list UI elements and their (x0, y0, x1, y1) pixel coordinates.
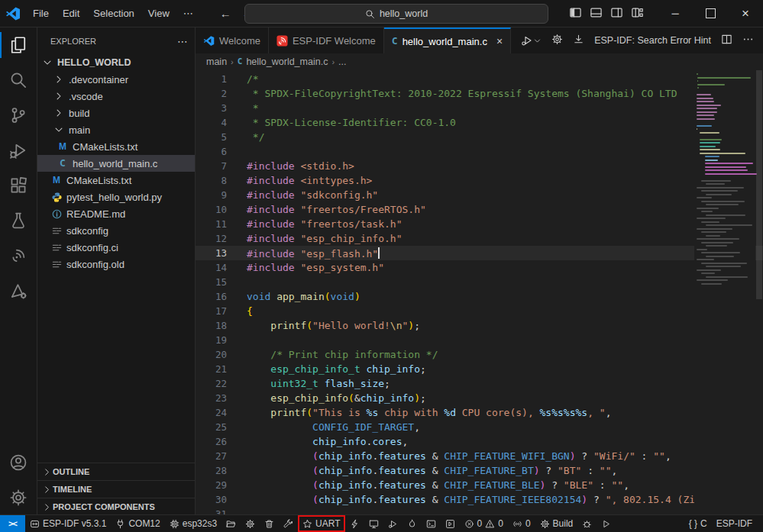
status-esp-idf-version[interactable]: ESP-IDF v5.3.1 (25, 515, 111, 532)
tree-item-sdkconfig-old[interactable]: sdkconfig.old (37, 256, 195, 272)
code-line-17[interactable]: 17 { (196, 304, 763, 318)
tree-item-cmakelists-txt[interactable]: MCMakeLists.txt (37, 138, 195, 155)
run-menu-button[interactable] (521, 34, 542, 47)
scrollbar-thumb[interactable] (756, 70, 762, 299)
command-center-search[interactable]: hello_world (244, 4, 548, 24)
code-line-28[interactable]: 28 (chip_info.features & CHIP_FEATURE_BT… (196, 463, 763, 478)
code-line-26[interactable]: 26 chip_info.cores, (196, 434, 763, 449)
tree-item--devcontainer[interactable]: .devcontainer (37, 71, 195, 88)
activity-esp-idf-explorer[interactable] (0, 238, 37, 273)
code-line-5[interactable]: 5 */ (196, 130, 763, 144)
code-line-20[interactable]: 20 /* Print chip information */ (196, 347, 763, 362)
maximize-button[interactable] (693, 0, 728, 27)
minimap[interactable] (694, 70, 755, 515)
status-debug-task[interactable] (577, 515, 596, 532)
code-line-22[interactable]: 22 uint32_t flash_size; (196, 376, 763, 391)
menu-⋯[interactable]: ⋯ (176, 5, 200, 23)
tree-item-hello-world-main-c[interactable]: Chello_world_main.c (37, 155, 195, 172)
code-line-29[interactable]: 29 (chip_info.features & CHIP_FEATURE_BL… (196, 478, 763, 492)
code-line-4[interactable]: 4 * SPDX-License-Identifier: CC0-1.0 (196, 115, 763, 130)
activity-extensions[interactable] (0, 168, 37, 203)
close-tab-button[interactable]: × (496, 35, 503, 47)
code-line-16[interactable]: 16 void app_main(void) (196, 289, 763, 304)
activity-source-control[interactable] (0, 98, 37, 133)
tree-item-hello-world[interactable]: HELLO_WORLD (37, 54, 195, 71)
status-custom-task[interactable] (441, 515, 460, 532)
activity-accounts[interactable] (0, 445, 37, 480)
tree-item-main[interactable]: main (37, 121, 195, 138)
breadcrumb[interactable]: main›Chello_world_main.c›... (196, 53, 763, 70)
status-monitor-device[interactable] (364, 515, 383, 532)
status-problems[interactable]: 00 (460, 515, 508, 532)
explorer-more-actions-button[interactable]: ⋯ (177, 35, 189, 47)
tree-item--vscode[interactable]: .vscode (37, 88, 195, 105)
editor-more-actions-button[interactable] (742, 34, 754, 47)
code-line-14[interactable]: 14 #include "esp_system.h" (196, 260, 763, 275)
status-build-task[interactable]: Build (535, 515, 578, 532)
layout-sidebar-right-toggle[interactable] (610, 6, 623, 21)
status-idf-target[interactable]: esp32s3 (165, 515, 221, 532)
tree-item-sdkconfig-ci[interactable]: sdkconfig.ci (37, 239, 195, 256)
activity-manage[interactable] (0, 480, 37, 515)
status-run-task[interactable] (596, 515, 616, 532)
code-editor[interactable]: 1 /* 2 * SPDX-FileCopyrightText: 2010-20… (196, 70, 763, 515)
code-line-9[interactable]: 9 #include "sdkconfig.h" (196, 188, 763, 202)
tree-item-readme-md[interactable]: README.md (37, 205, 195, 222)
section-outline[interactable]: OUTLINE (37, 463, 195, 480)
menu-file[interactable]: File (26, 5, 56, 23)
code-line-30[interactable]: 30 (chip_info.features & CHIP_FEATURE_IE… (196, 492, 763, 507)
code-line-6[interactable]: 6 (196, 144, 763, 159)
minimize-button[interactable]: ─ (658, 0, 693, 27)
code-line-11[interactable]: 11 #include "freertos/task.h" (196, 217, 763, 231)
breadcrumb-folder[interactable]: main (206, 56, 227, 67)
tab-esp-idf-welcome[interactable]: ESP-IDF Welcome (269, 27, 384, 53)
tab-hello-world-main-c[interactable]: Chello_world_main.c× (384, 27, 511, 53)
status-project-folder[interactable] (221, 515, 241, 532)
code-line-1[interactable]: 1 /* (196, 72, 763, 86)
section-timeline[interactable]: TIMELINE (37, 480, 195, 498)
code-line-13[interactable]: 13 #include "esp_flash.h" (196, 246, 763, 260)
code-line-12[interactable]: 12 #include "esp_chip_info.h" (196, 231, 763, 246)
status-idf-terminal[interactable] (422, 515, 441, 532)
code-line-23[interactable]: 23 esp_chip_info(&chip_info); (196, 391, 763, 405)
code-line-8[interactable]: 8 #include <inttypes.h> (196, 173, 763, 188)
status-menuconfig[interactable] (241, 515, 260, 532)
nav-back-button[interactable]: ← (220, 7, 231, 20)
menu-view[interactable]: View (141, 5, 176, 23)
tree-item-cmakelists-txt[interactable]: MCMakeLists.txt (37, 172, 195, 189)
tab-welcome[interactable]: Welcome (196, 27, 269, 53)
close-button[interactable]: × (728, 0, 763, 27)
code-line-24[interactable]: 24 printf("This is %s chip with %d CPU c… (196, 405, 763, 420)
code-line-10[interactable]: 10 #include "freertos/FreeRTOS.h" (196, 202, 763, 217)
esp-idf-gear-button[interactable] (551, 34, 563, 47)
code-line-21[interactable]: 21 esp_chip_info_t chip_info; (196, 362, 763, 376)
code-line-27[interactable]: 27 (chip_info.features & CHIP_FEATURE_WI… (196, 449, 763, 463)
code-line-19[interactable]: 19 (196, 333, 763, 347)
activity-run-and-debug[interactable] (0, 133, 37, 168)
menu-selection[interactable]: Selection (86, 5, 141, 23)
status-esp-idf-extension[interactable]: ESP-IDF (712, 515, 757, 532)
code-line-7[interactable]: 7 #include <stdio.h> (196, 159, 763, 173)
section-project-components[interactable]: PROJECT COMPONENTS (37, 498, 195, 515)
code-line-3[interactable]: 3 * (196, 101, 763, 115)
activity-explorer[interactable] (0, 27, 37, 63)
activity-search[interactable] (0, 63, 37, 98)
status-ports[interactable]: 0 (508, 515, 535, 532)
tree-item-build[interactable]: build (37, 105, 195, 121)
code-line-15[interactable]: 15 (196, 275, 763, 289)
status-remote-indicator[interactable]: >< (0, 515, 25, 532)
status-erase-flash[interactable] (403, 515, 422, 532)
install-button[interactable] (573, 34, 584, 47)
layout-panel-toggle[interactable] (590, 6, 603, 21)
status-language-status[interactable]: { }C (684, 515, 712, 532)
status-debug-device[interactable] (383, 515, 403, 532)
layout-customize-toggle[interactable] (631, 6, 644, 21)
status-flash-device[interactable] (345, 515, 364, 532)
breadcrumb-symbol[interactable]: ... (338, 56, 346, 67)
status-flash-method[interactable]: UART (298, 515, 344, 532)
layout-sidebar-toggle[interactable] (569, 6, 582, 21)
tree-item-sdkconfig[interactable]: sdkconfig (37, 222, 195, 239)
code-line-25[interactable]: 25 CONFIG_IDF_TARGET, (196, 420, 763, 434)
split-editor-button[interactable] (721, 34, 732, 47)
tree-item-pytest-hello-world-py[interactable]: pytest_hello_world.py (37, 189, 195, 205)
